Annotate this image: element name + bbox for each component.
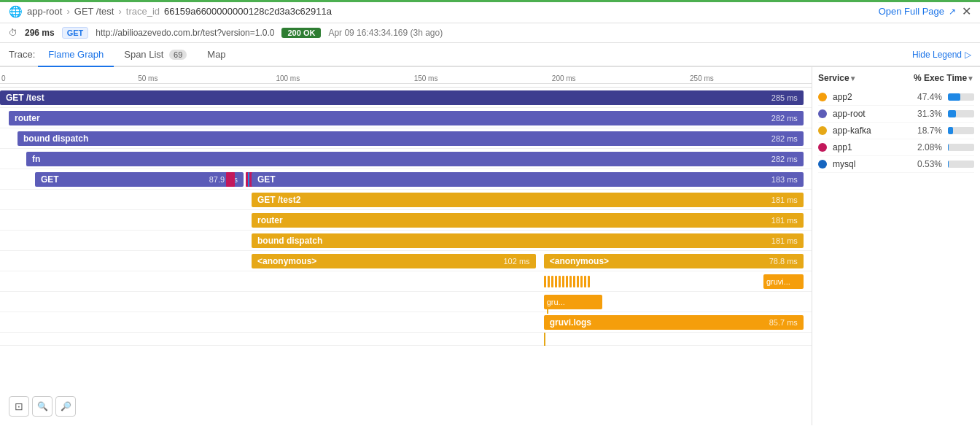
breadcrumb-method[interactable]: GET /test <box>74 6 114 17</box>
legend-item-app2[interactable]: app2 47.4% <box>818 89 974 106</box>
span-label-get-test2: GET /test2 <box>257 195 300 205</box>
span-time-router-yellow: 181 ms <box>771 216 798 225</box>
legend-dot-app2 <box>818 93 827 101</box>
legend-name-app-root: app-root <box>833 109 910 119</box>
fit-icon: ⊡ <box>15 401 23 412</box>
span-label-bound-dispatch: bound dispatch <box>23 134 88 144</box>
breadcrumb-root[interactable]: app-root <box>27 6 62 17</box>
span-row-fn[interactable]: fn 282 ms <box>0 149 812 169</box>
request-bar: ⏱ 296 ms GET http://abilioazevedo.com.br… <box>0 23 980 43</box>
clock-icon: ⏱ <box>9 28 18 38</box>
span-label-bound-dispatch-yellow: bound dispatch <box>257 236 322 246</box>
fit-view-button[interactable]: ⊡ <box>9 396 29 417</box>
span-row-get-test[interactable]: GET /test 285 ms <box>0 88 812 108</box>
span-list-badge: 69 <box>169 50 187 60</box>
breadcrumb: 🌐 app-root › GET /test › trace_id 66159a… <box>9 5 332 18</box>
span-row-gru-small[interactable]: gru... <box>0 292 812 312</box>
breadcrumb-sep2: › <box>118 6 121 17</box>
ruler-tick-50: 50 ms <box>138 74 158 82</box>
ruler-tick-250: 250 ms <box>690 74 714 82</box>
legend-name-app-kafka: app-kafka <box>833 125 910 136</box>
tabs-bar: Trace: Flame Graph Span List 69 Map Hide… <box>0 43 980 67</box>
legend-bar-app-root <box>948 110 974 117</box>
span-row-bound-dispatch-yellow[interactable]: bound dispatch 181 ms <box>0 231 812 251</box>
hide-legend-button[interactable]: Hide Legend ▷ <box>912 50 971 60</box>
span-label-anon-right: <anonymous> <box>550 256 609 266</box>
legend-item-app-root[interactable]: app-root 31.3% <box>818 106 974 123</box>
legend-pct-app2: 47.4% <box>916 92 942 102</box>
span-label-fn: fn <box>32 154 40 164</box>
legend-dot-app-root <box>818 109 827 118</box>
legend-dot-app-kafka <box>818 126 827 135</box>
span-row-get-dual[interactable]: GET 87.9 ms GET 183 ms <box>0 169 812 190</box>
span-time-fn: 282 ms <box>771 155 798 163</box>
span-time-get-test2: 181 ms <box>771 196 798 204</box>
legend-pct-mysql: 0.53% <box>916 159 942 169</box>
top-bar: 🌐 app-root › GET /test › trace_id 66159a… <box>0 0 980 23</box>
ruler-tick-150: 150 ms <box>414 74 438 82</box>
zoom-out-icon: 🔍 <box>37 401 48 411</box>
bottom-toolbar: ⊡ 🔍 🔍 <box>9 396 76 417</box>
legend-bar-mysql <box>948 161 974 168</box>
span-row-router-yellow[interactable]: router 181 ms <box>0 210 812 231</box>
request-url[interactable]: http://abilioazevedo.com.br/test?version… <box>96 28 274 38</box>
trace-label: Trace: <box>9 43 35 66</box>
legend-panel: Service ▼ % Exec Time ▼ app2 47.4% app-r… <box>812 67 980 425</box>
ruler-tick-100: 100 ms <box>276 74 300 82</box>
legend-pct-app-kafka: 18.7% <box>916 125 942 136</box>
span-label-gru-small: gru... <box>547 298 565 306</box>
request-time: 296 ms <box>25 28 55 38</box>
legend-exec-time-col: % Exec Time <box>914 73 967 83</box>
method-badge: GET <box>62 27 89 39</box>
span-row-tick <box>0 333 812 346</box>
zoom-out-button[interactable]: 🔍 <box>32 396 52 417</box>
legend-bar-app2 <box>948 93 974 101</box>
span-row-bound-dispatch[interactable]: bound dispatch 282 ms <box>0 128 812 149</box>
span-row-router[interactable]: router 282 ms <box>0 108 812 128</box>
tab-span-list[interactable]: Span List 69 <box>114 43 197 67</box>
close-button[interactable]: ✕ <box>962 4 971 18</box>
span-label-router-yellow: router <box>257 215 283 225</box>
span-label-gruvi-logs: gruvi.logs <box>550 317 591 328</box>
span-label-get-right: GET <box>257 174 276 185</box>
legend-item-app1[interactable]: app1 2.08% <box>818 139 974 156</box>
external-link-icon: ↗ <box>949 7 956 17</box>
legend-exec-sort-icon[interactable]: ▼ <box>967 74 974 82</box>
span-row-gruvi-small[interactable]: gruvi... <box>0 271 812 292</box>
globe-icon: 🌐 <box>9 5 23 18</box>
ruler-tick-200: 200 ms <box>552 74 576 82</box>
span-row-gruvi-logs[interactable]: gruvi.logs 85.7 ms <box>0 312 812 333</box>
span-time-anon-right: 78.8 ms <box>769 257 798 266</box>
tab-map[interactable]: Map <box>197 43 236 67</box>
span-label-gruvi-right: gruvi... <box>766 277 790 286</box>
span-time-get-right: 183 ms <box>771 175 798 184</box>
open-full-page-button[interactable]: Open Full Page ↗ <box>879 6 956 17</box>
span-time-bound-dispatch-yellow: 181 ms <box>771 236 798 245</box>
legend-dot-mysql <box>818 160 827 169</box>
main-content: 0 50 ms 100 ms 150 ms 200 ms 250 ms GET … <box>0 67 980 425</box>
legend-service-col: Service <box>818 73 849 83</box>
tabs: Flame Graph Span List 69 Map <box>38 43 236 66</box>
span-label-anon-left: <anonymous> <box>257 256 316 266</box>
legend-pct-app-root: 31.3% <box>916 109 942 119</box>
legend-name-app1: app1 <box>833 142 910 152</box>
span-time-anon-left: 102 ms <box>503 257 529 266</box>
ruler-tick-0: 0 <box>1 74 6 82</box>
legend-service-sort-icon[interactable]: ▼ <box>849 74 857 82</box>
breadcrumb-label: trace_id <box>126 6 160 17</box>
legend-item-mysql[interactable]: mysql 0.53% <box>818 156 974 173</box>
span-row-anonymous[interactable]: <anonymous> 102 ms <anonymous> 78.8 ms <box>0 251 812 271</box>
span-label-get-test: GET /test <box>6 93 44 103</box>
span-row-get-test2[interactable]: GET /test2 181 ms <box>0 190 812 210</box>
zoom-in-icon: 🔍 <box>61 401 71 411</box>
span-label-router: router <box>15 113 40 123</box>
legend-item-app-kafka[interactable]: app-kafka 18.7% <box>818 123 974 139</box>
legend-name-mysql: mysql <box>833 159 910 169</box>
zoom-in-button[interactable]: 🔍 <box>55 396 76 417</box>
legend-bar-app-kafka <box>948 127 974 134</box>
span-time-get-test: 285 ms <box>771 93 798 102</box>
status-badge: 200 OK <box>281 28 321 38</box>
legend-pct-app1: 2.08% <box>916 142 942 152</box>
flame-graph-area: 0 50 ms 100 ms 150 ms 200 ms 250 ms GET … <box>0 67 812 425</box>
tab-flame-graph[interactable]: Flame Graph <box>38 43 114 67</box>
